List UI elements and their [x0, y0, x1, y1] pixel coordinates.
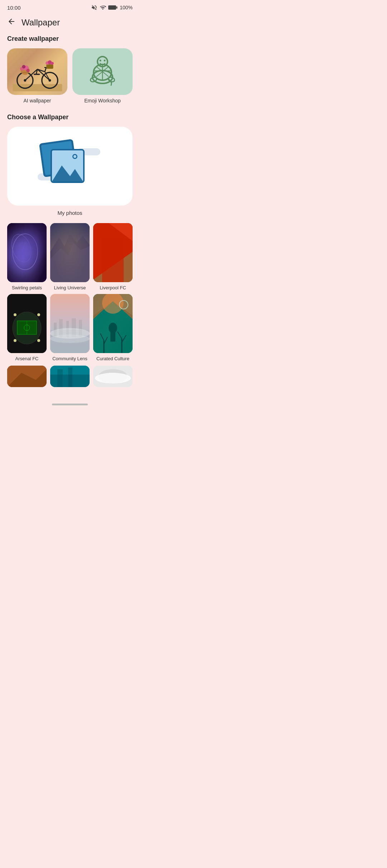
wallpaper-item-curated-culture[interactable]: Curated Culture — [93, 294, 133, 361]
header: Wallpaper — [0, 14, 140, 35]
svg-rect-20 — [46, 64, 53, 68]
svg-point-32 — [104, 60, 106, 62]
wallpaper-thumb-living-universe — [50, 223, 90, 282]
scrollbar-pill — [52, 404, 88, 405]
svg-point-54 — [14, 339, 16, 342]
status-icons: 100% — [91, 4, 133, 11]
partial-thumb-1[interactable] — [7, 366, 47, 387]
svg-line-13 — [45, 68, 46, 72]
photos-icon — [41, 141, 99, 191]
emoji-workshop-thumbnail — [72, 48, 133, 95]
wallpaper-label-community-lens: Community Lens — [52, 356, 87, 361]
svg-rect-71 — [110, 333, 115, 342]
my-photos-card[interactable] — [7, 127, 133, 206]
wallpaper-label-curated-culture: Curated Culture — [96, 356, 129, 361]
emoji-workshop-label: Emoji Workshop — [84, 98, 121, 103]
wallpaper-item-arsenal-fc[interactable]: Arsenal FC — [7, 294, 47, 361]
bottom-partial-row — [0, 366, 140, 391]
svg-rect-39 — [50, 223, 90, 282]
ai-wallpaper-label: AI wallpaper — [23, 98, 51, 103]
wallpaper-grid: Swirling petals — [0, 223, 140, 361]
svg-marker-35 — [52, 165, 83, 182]
wallpaper-item-liverpool-fc[interactable]: Liverpool FC — [93, 223, 133, 290]
svg-point-70 — [109, 323, 117, 333]
svg-point-18 — [26, 69, 30, 72]
svg-marker-41 — [50, 243, 90, 282]
svg-rect-84 — [68, 367, 72, 387]
svg-rect-2 — [13, 84, 62, 92]
my-photos-label: My photos — [0, 210, 140, 216]
wifi-icon — [100, 4, 106, 11]
wallpaper-item-swirling-petals[interactable]: Swirling petals — [7, 223, 47, 290]
svg-point-23 — [51, 62, 53, 64]
svg-point-19 — [22, 65, 25, 68]
svg-marker-40 — [50, 234, 90, 282]
wallpaper-thumb-curated-culture — [93, 294, 133, 353]
wallpaper-label-living-universe: Living Universe — [54, 285, 86, 290]
photo-frame-front — [51, 149, 85, 183]
wallpaper-item-community-lens[interactable]: Community Lens — [50, 294, 90, 361]
create-section: Create wallpaper — [0, 35, 140, 103]
svg-point-38 — [8, 232, 35, 265]
ai-wallpaper-card[interactable]: AI wallpaper — [7, 48, 67, 103]
scrollbar-indicator — [0, 398, 140, 408]
battery-icon — [108, 5, 118, 10]
status-bar: 10:00 100% — [0, 0, 140, 14]
battery-percent: 100% — [120, 5, 133, 10]
wallpaper-label-arsenal-fc: Arsenal FC — [15, 356, 38, 361]
wallpaper-thumb-community-lens — [50, 294, 90, 353]
svg-rect-36 — [7, 223, 47, 282]
create-cards-container: AI wallpaper — [0, 48, 140, 103]
choose-section: Choose a Wallpaper My photos — [0, 114, 140, 391]
partial-thumb-2[interactable] — [50, 366, 90, 387]
choose-section-title: Choose a Wallpaper — [0, 114, 140, 121]
svg-rect-45 — [102, 237, 124, 282]
wallpaper-label-swirling-petals: Swirling petals — [12, 285, 42, 290]
svg-rect-12 — [34, 74, 40, 75]
wallpaper-item-living-universe[interactable]: Living Universe — [50, 223, 90, 290]
partial-thumb-3[interactable] — [93, 366, 133, 387]
ai-wallpaper-thumbnail — [7, 48, 67, 95]
svg-point-55 — [37, 339, 40, 342]
wallpaper-label-liverpool-fc: Liverpool FC — [100, 285, 126, 290]
wallpaper-thumb-arsenal-fc — [7, 294, 47, 353]
wallpaper-thumb-swirling-petals — [7, 223, 47, 282]
mute-icon — [91, 4, 97, 11]
emoji-workshop-card[interactable]: Emoji Workshop — [72, 48, 133, 103]
wallpaper-thumb-liverpool-fc — [93, 223, 133, 282]
status-time: 10:00 — [7, 5, 21, 11]
svg-point-52 — [14, 313, 16, 316]
svg-point-53 — [37, 313, 40, 316]
svg-rect-0 — [108, 5, 116, 10]
svg-point-31 — [100, 60, 101, 62]
svg-rect-83 — [57, 369, 63, 387]
svg-rect-1 — [116, 6, 118, 9]
back-button[interactable] — [7, 17, 16, 28]
svg-point-37 — [13, 234, 38, 270]
svg-point-65 — [50, 334, 90, 343]
page-title: Wallpaper — [22, 18, 60, 28]
create-section-title: Create wallpaper — [0, 35, 140, 43]
svg-point-87 — [95, 373, 131, 384]
